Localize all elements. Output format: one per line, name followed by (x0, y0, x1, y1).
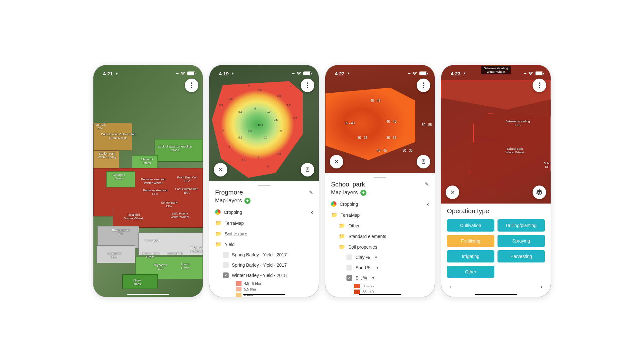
yield-value: 7.5 (287, 104, 291, 107)
field-label[interactable]: SchoEF (544, 162, 551, 169)
yield-value: 9 (248, 84, 250, 88)
location-arrow-icon (462, 71, 466, 76)
layer-soil-texture[interactable]: Soil texture (215, 228, 313, 239)
legend-label: 30 - 35 (363, 284, 374, 288)
more-button[interactable] (301, 79, 314, 92)
yield-item[interactable]: Spring Barley - Yield - 2017 (215, 250, 313, 260)
map-view[interactable]: Between steadingWinter Wheat Between ste… (441, 65, 551, 204)
operation-button[interactable]: Other (447, 266, 494, 278)
layer-cropping[interactable]: Cropping ‹ (215, 206, 313, 218)
yield-item[interactable]: Spring Barley - Yield - 2017 (215, 260, 313, 270)
field-label[interactable]: School parkEFA (161, 201, 177, 208)
layer-terramap[interactable]: TerraMap (215, 218, 313, 228)
field-label[interactable]: Station ParkWinter Barley (98, 152, 116, 159)
field-label[interactable]: East CultercullenEFA (175, 187, 198, 195)
field-label[interactable]: School parkWinter Wheat (506, 147, 524, 154)
operation-button[interactable]: Cultivation (447, 219, 494, 232)
clipboard-button[interactable] (301, 163, 314, 176)
yield-value: 5 (229, 165, 230, 168)
layer-yield[interactable]: Yield (215, 239, 313, 250)
field-label[interactable]: End old road CultercullenGrass Margin (101, 133, 136, 140)
checkbox[interactable] (346, 275, 352, 281)
map-view[interactable]: 98.58.56.58.59109.510.59.51098.577.56.55… (209, 65, 319, 181)
yield-value: 9 (254, 107, 256, 110)
yield-value: 7 (222, 129, 224, 133)
sheet-handle[interactable] (258, 185, 270, 186)
legend-swatch (354, 284, 360, 288)
layer-terramap[interactable]: TerraMap (331, 210, 429, 220)
field-label[interactable]: Silage pitGrass (140, 158, 153, 165)
soil-property-item[interactable]: Sand %▼ (331, 262, 429, 273)
status-bar: 4:22 ••• (325, 67, 435, 80)
layer-cropping[interactable]: Cropping ‹ (331, 198, 429, 210)
yield-value: 9.5 (248, 129, 252, 133)
chevron-down-icon[interactable]: ▼ (372, 276, 375, 280)
field-label[interactable]: Little RunnyWinter Wheat (171, 212, 189, 219)
bottom-sheet[interactable]: School park ✎ Map layers + Cropping ‹ Te… (325, 173, 435, 297)
more-button[interactable] (533, 79, 546, 92)
soil-property-item[interactable]: Silt %▼ (331, 273, 429, 283)
field-label[interactable]: TilleryGrass (133, 279, 141, 286)
yield-item[interactable]: Winter Barley - Yield - 2018 (215, 270, 313, 281)
field-label[interactable]: BridgefooPotatoes (190, 246, 203, 253)
battery-icon (303, 71, 311, 75)
field-label[interactable]: Between steadingEFA (506, 120, 530, 127)
layer-soil-properties[interactable]: Soil properties (331, 242, 429, 252)
add-layer-button[interactable]: + (360, 190, 366, 196)
field-label[interactable]: MarshGrass (181, 263, 189, 270)
chevron-down-icon[interactable]: ▼ (374, 255, 378, 259)
checkbox[interactable] (346, 254, 352, 260)
field-label[interactable]: ion ParkEFA (95, 123, 106, 130)
field-label[interactable]: Back of East CultercullenGrass (158, 145, 192, 152)
field-label[interactable]: Uncropped (145, 239, 160, 243)
more-button[interactable] (185, 79, 198, 92)
nav-forward-button[interactable]: → (537, 283, 544, 291)
checkbox[interactable] (223, 272, 229, 278)
folder-icon (339, 223, 345, 229)
field-label[interactable]: TillycorthieOther (107, 252, 121, 259)
nav-back-button[interactable]: ← (448, 283, 455, 291)
checkbox[interactable] (223, 262, 229, 268)
edit-icon[interactable]: ✎ (425, 181, 429, 187)
close-button[interactable] (330, 155, 343, 168)
map-view[interactable]: ion ParkEFAEnd old road CultercullenGras… (93, 65, 203, 297)
operation-button[interactable]: Drilling/planting (497, 219, 545, 232)
clipboard-button[interactable] (417, 155, 430, 168)
layer-standard-elements[interactable]: Standard elements (331, 231, 429, 242)
map-view[interactable]: 40 - 4535 - 4040 - 4530 - 3530 - 3540 - … (325, 65, 435, 173)
sheet-handle[interactable] (374, 177, 386, 178)
checkbox[interactable] (223, 252, 229, 258)
operation-button[interactable]: Irrigating (447, 250, 494, 262)
operation-button[interactable]: Harvesting (497, 250, 545, 262)
layer-other[interactable]: Other (331, 220, 429, 231)
soil-property-item[interactable]: Clay %▼ (331, 252, 429, 262)
field-label[interactable]: RunnygurnelEFA (112, 229, 129, 236)
layers-button[interactable] (533, 186, 546, 199)
more-button[interactable] (417, 79, 430, 92)
chevron-left-icon[interactable]: ‹ (311, 209, 313, 215)
add-layer-button[interactable]: + (244, 198, 251, 204)
yield-item-label: Spring Barley - Yield - 2017 (232, 262, 287, 268)
chevron-down-icon[interactable]: ▼ (376, 266, 379, 270)
field-label[interactable]: Between steadingWinter Wheat (141, 178, 166, 185)
yield-value: 8.5 (229, 97, 233, 100)
field-label[interactable]: Uncropped (167, 252, 182, 255)
field-label[interactable]: Next to TilleryGrass (141, 252, 160, 259)
operation-button[interactable]: Fertilising (447, 235, 494, 247)
location-arrow-icon (114, 71, 118, 76)
field-label[interactable]: CottagesGrass (113, 173, 125, 180)
operation-button[interactable]: Spraying (497, 235, 545, 247)
field-label[interactable]: Front East CultEFA (177, 176, 197, 183)
bottom-sheet[interactable]: Operation type: CultivationDrilling/plan… (441, 204, 551, 297)
bottom-sheet[interactable]: Frogmore ✎ Map layers + Cropping ‹ Terra… (209, 181, 319, 297)
edit-icon[interactable]: ✎ (309, 189, 313, 195)
folder-icon (339, 244, 345, 250)
chevron-left-icon[interactable]: ‹ (427, 201, 429, 207)
close-button[interactable] (214, 163, 227, 176)
field-label[interactable]: ThistlehillWinter Wheat (124, 213, 143, 220)
field-label[interactable]: Between steadingEFA (143, 189, 167, 196)
checkbox[interactable] (346, 265, 352, 271)
field-label[interactable]: TillycorthieEFA (153, 263, 168, 271)
close-button[interactable] (446, 186, 459, 199)
layer-label: Cropping (224, 210, 242, 215)
